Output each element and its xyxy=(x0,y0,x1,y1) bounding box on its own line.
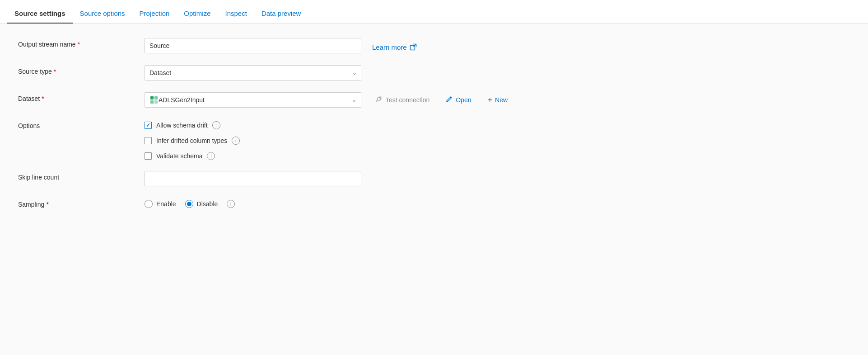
infer-drifted-info-icon[interactable]: i xyxy=(232,137,240,145)
allow-schema-drift-checkbox[interactable] xyxy=(145,122,152,129)
output-stream-name-label: Output stream name * xyxy=(18,38,145,48)
validate-schema-info-icon[interactable]: i xyxy=(207,152,215,160)
allow-schema-drift-row: Allow schema drift i xyxy=(145,121,240,129)
options-area: Allow schema drift i Infer drifted colum… xyxy=(145,119,240,160)
tab-projection[interactable]: Projection xyxy=(132,4,177,24)
tab-bar: Source settings Source options Projectio… xyxy=(0,0,868,24)
tab-data-preview[interactable]: Data preview xyxy=(254,4,308,24)
sampling-radio-group: Enable Disable i xyxy=(145,198,235,208)
dataset-select-wrapper[interactable]: ADLSGen2Input ⌄ xyxy=(145,92,361,108)
options-control-area: Allow schema drift i Infer drifted colum… xyxy=(145,119,850,160)
source-type-select[interactable]: Dataset Inline xyxy=(145,65,361,80)
allow-schema-drift-label: Allow schema drift xyxy=(156,122,208,129)
new-button[interactable]: + New xyxy=(485,94,511,107)
source-type-control-area: Dataset Inline ⌄ xyxy=(145,65,850,80)
sampling-info-icon[interactable]: i xyxy=(227,200,235,208)
tab-inspect[interactable]: Inspect xyxy=(218,4,254,24)
tab-optimize[interactable]: Optimize xyxy=(177,4,218,24)
options-label: Options xyxy=(18,119,145,129)
source-type-label: Source type * xyxy=(18,65,145,75)
svg-rect-3 xyxy=(150,100,154,104)
output-stream-name-control-area: Learn more xyxy=(145,38,850,53)
sampling-enable-option[interactable]: Enable xyxy=(145,200,176,208)
svg-rect-4 xyxy=(154,100,158,104)
source-type-row: Source type * Dataset Inline ⌄ xyxy=(18,65,850,81)
required-star-dataset: * xyxy=(42,95,44,102)
pencil-icon xyxy=(446,95,453,104)
dataset-label: Dataset * xyxy=(18,92,145,102)
svg-point-5 xyxy=(377,97,381,101)
infer-drifted-checkbox[interactable] xyxy=(145,137,152,144)
plus-icon: + xyxy=(488,95,493,105)
test-connection-button[interactable]: Test connection xyxy=(372,93,432,107)
allow-schema-drift-info-icon[interactable]: i xyxy=(212,121,220,129)
dataset-value: ADLSGen2Input xyxy=(159,96,352,104)
plug-icon xyxy=(375,95,383,103)
infer-drifted-label: Infer drifted column types xyxy=(156,137,227,144)
pencil-svg-icon xyxy=(446,95,453,103)
dataset-row: Dataset * ADLSGen2Input ⌄ xyxy=(18,92,850,109)
sampling-row: Sampling * Enable Disable i xyxy=(18,198,850,214)
test-connection-icon xyxy=(375,95,383,105)
sampling-disable-option[interactable]: Disable xyxy=(185,200,218,208)
skip-line-count-row: Skip line count xyxy=(18,171,850,187)
validate-schema-row: Validate schema i xyxy=(145,152,240,160)
required-star-source-type: * xyxy=(54,68,56,75)
dataset-chevron-icon: ⌄ xyxy=(352,97,356,103)
main-container: Source settings Source options Projectio… xyxy=(0,0,868,355)
sampling-enable-radio[interactable] xyxy=(145,200,153,208)
content-area: Output stream name * Learn more Source t… xyxy=(0,24,868,355)
test-connection-label: Test connection xyxy=(386,96,429,104)
options-row: Options Allow schema drift i I xyxy=(18,119,850,160)
open-button[interactable]: Open xyxy=(443,94,474,106)
new-label: New xyxy=(495,96,508,104)
required-star-sampling: * xyxy=(46,201,48,208)
dataset-grid-icon xyxy=(149,95,159,104)
output-stream-name-row: Output stream name * Learn more xyxy=(18,38,850,54)
skip-line-count-input[interactable] xyxy=(145,171,361,186)
open-label: Open xyxy=(456,96,471,104)
sampling-enable-label: Enable xyxy=(156,200,176,208)
learn-more-link[interactable]: Learn more xyxy=(372,43,417,51)
sampling-control-area: Enable Disable i xyxy=(145,198,850,208)
sampling-disable-label: Disable xyxy=(197,200,218,208)
tab-source-options[interactable]: Source options xyxy=(73,4,132,24)
infer-drifted-row: Infer drifted column types i xyxy=(145,137,240,145)
validate-schema-label: Validate schema xyxy=(156,152,202,160)
svg-rect-2 xyxy=(154,96,158,99)
skip-line-count-label: Skip line count xyxy=(18,171,145,181)
output-stream-name-input[interactable] xyxy=(145,38,361,53)
validate-schema-checkbox[interactable] xyxy=(145,152,152,160)
source-type-select-wrapper: Dataset Inline ⌄ xyxy=(145,65,361,80)
svg-rect-1 xyxy=(150,96,154,99)
dataset-control-area: ADLSGen2Input ⌄ Test connection xyxy=(145,92,850,108)
skip-line-count-control-area xyxy=(145,171,850,186)
required-star-output: * xyxy=(78,41,80,48)
learn-more-label: Learn more xyxy=(372,43,407,51)
external-link-icon xyxy=(410,43,417,51)
sampling-disable-radio[interactable] xyxy=(185,200,193,208)
tab-source-settings[interactable]: Source settings xyxy=(7,4,73,24)
sampling-label: Sampling * xyxy=(18,198,145,208)
